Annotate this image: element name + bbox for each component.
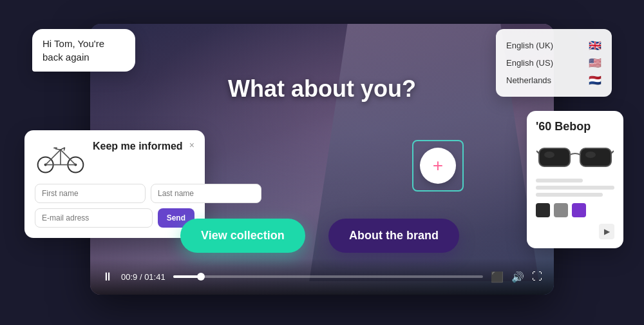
about-brand-button[interactable]: About the brand (328, 219, 459, 253)
svg-line-11 (55, 149, 61, 150)
svg-line-15 (536, 151, 539, 153)
progress-thumb (197, 273, 205, 281)
video-controls: ⏸ 00:9 / 01:41 ⬛ 🔊 ⛶ (90, 259, 554, 295)
svg-line-16 (611, 151, 614, 153)
first-name-input[interactable] (35, 184, 146, 203)
svg-rect-14 (580, 148, 611, 166)
chat-bubble: Hi Tom, You're back again (32, 29, 135, 72)
color-swatch-black[interactable] (536, 203, 550, 217)
desc-line-2 (536, 186, 614, 190)
subscribe-form-card: Keep me informed × Send (24, 130, 205, 238)
desc-line-3 (536, 193, 603, 197)
color-swatch-gray[interactable] (554, 203, 568, 217)
svg-point-17 (544, 152, 554, 158)
svg-point-18 (585, 152, 596, 158)
flag-us: 🇺🇸 (589, 57, 601, 69)
language-option-nl[interactable]: Netherlands 🇳🇱 (506, 72, 601, 89)
color-swatches (536, 203, 614, 217)
bike-image (35, 141, 86, 176)
product-name: '60 Bebop (536, 120, 614, 133)
desc-line-1 (536, 179, 583, 182)
next-arrow-button[interactable]: ▶ (599, 224, 614, 239)
flag-nl: 🇳🇱 (589, 74, 601, 86)
chat-text: Hi Tom, You're back again (43, 38, 104, 63)
color-swatch-purple[interactable] (572, 203, 586, 217)
view-collection-button[interactable]: View collection (180, 219, 305, 253)
language-selector[interactable]: English (UK) 🇬🇧 English (US) 🇺🇸 Netherla… (496, 29, 612, 97)
subtitles-icon[interactable]: ⬛ (491, 271, 504, 283)
product-card: '60 Bebop (527, 111, 623, 248)
email-row: Send (35, 208, 194, 228)
plus-widget[interactable]: + (412, 140, 464, 192)
email-input[interactable] (35, 208, 153, 228)
plus-icon: + (420, 148, 456, 184)
video-title: What about you? (90, 75, 554, 103)
svg-rect-13 (539, 148, 570, 166)
language-label-us: English (US) (506, 58, 553, 68)
subscribe-title: Keep me informed (93, 141, 189, 152)
scene: What about you? ⏸ 00:9 / 01:41 ⬛ 🔊 ⛶ Hi … (13, 11, 631, 314)
language-label-uk: English (UK) (506, 41, 553, 50)
volume-icon[interactable]: 🔊 (511, 271, 524, 283)
subscribe-form-header: Keep me informed × (35, 141, 194, 176)
control-icons: ⬛ 🔊 ⛶ (491, 271, 542, 283)
language-label-nl: Netherlands (506, 75, 551, 85)
fullscreen-icon[interactable]: ⛶ (532, 271, 542, 282)
last-name-input[interactable] (151, 184, 261, 203)
progress-bar[interactable] (173, 275, 483, 278)
close-button[interactable]: × (189, 141, 194, 150)
language-option-us[interactable]: English (US) 🇺🇸 (506, 54, 601, 72)
language-option-uk[interactable]: English (UK) 🇬🇧 (506, 37, 601, 54)
flag-uk: 🇬🇧 (589, 39, 601, 52)
arrow-area: ▶ (536, 224, 614, 239)
product-sunglasses-image (536, 140, 614, 172)
time-display: 00:9 / 01:41 (121, 272, 166, 282)
product-description (536, 179, 614, 197)
pause-button[interactable]: ⏸ (102, 270, 113, 284)
name-row (35, 184, 194, 203)
subscribe-title-area: Keep me informed (93, 141, 189, 157)
